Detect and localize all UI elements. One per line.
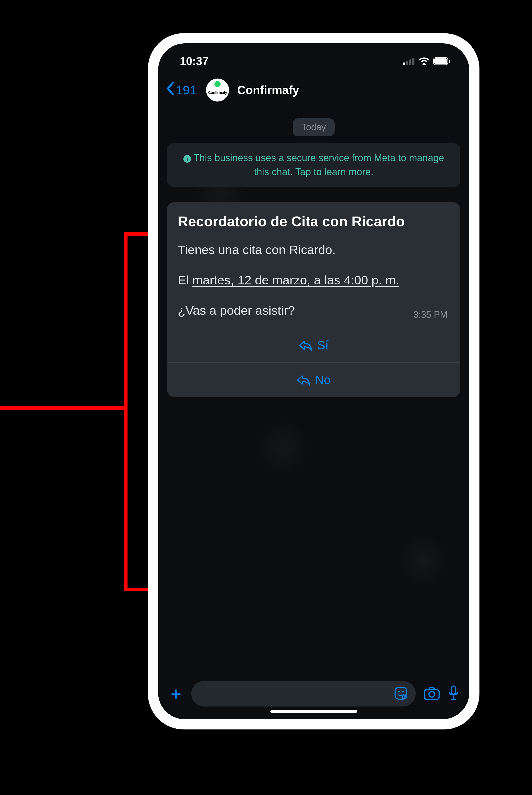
status-bar: 10:37 — [158, 43, 469, 74]
message-input[interactable] — [191, 681, 416, 706]
phone-screen: 10:37 191 Confirmafy — [158, 43, 469, 719]
svg-rect-3 — [412, 58, 414, 65]
date-pill: Today — [293, 118, 335, 136]
home-indicator[interactable] — [270, 710, 357, 713]
svg-rect-0 — [403, 62, 405, 65]
wifi-icon — [419, 57, 430, 65]
message-card: Recordatorio de Cita con Ricardo Tienes … — [167, 202, 460, 397]
chat-header: 191 Confirmafy Confirmafy — [158, 74, 469, 109]
back-count: 191 — [176, 83, 196, 97]
svg-rect-6 — [434, 58, 447, 64]
svg-rect-13 — [451, 686, 455, 694]
svg-rect-2 — [409, 59, 411, 65]
date-separator: Today — [167, 118, 460, 136]
svg-point-9 — [398, 691, 400, 693]
svg-rect-1 — [406, 61, 408, 65]
appointment-datetime[interactable]: martes, 12 de marzo, a las 4:00 p. m. — [192, 273, 399, 287]
status-icons — [403, 57, 450, 65]
reply-arrow-icon — [297, 374, 310, 386]
security-notice[interactable]: iThis business uses a secure service fro… — [167, 143, 460, 187]
message-timestamp: 3:35 PM — [413, 309, 448, 320]
status-time: 10:37 — [180, 55, 209, 68]
phone-frame: 10:37 191 Confirmafy — [148, 33, 479, 730]
back-button[interactable]: 191 — [166, 82, 196, 99]
cellular-signal-icon — [403, 57, 415, 65]
chevron-left-icon — [166, 82, 174, 99]
svg-rect-7 — [449, 60, 450, 63]
plus-icon: + — [171, 684, 181, 704]
chat-body[interactable]: Today iThis business uses a secure servi… — [158, 109, 469, 673]
info-icon: i — [183, 155, 191, 163]
reply-yes-button[interactable]: Sí — [167, 328, 460, 362]
message-body: Tienes una cita con Ricardo. El martes, … — [178, 241, 450, 319]
message-line-1: Tienes una cita con Ricardo. — [178, 241, 450, 259]
camera-button[interactable] — [423, 686, 440, 701]
svg-point-10 — [402, 691, 404, 693]
mic-button[interactable] — [448, 685, 459, 702]
profile-avatar[interactable]: Confirmafy — [206, 79, 229, 101]
message-line-2: El martes, 12 de marzo, a las 4:00 p. m. — [178, 271, 450, 289]
message-title: Recordatorio de Cita con Ricardo — [178, 213, 450, 230]
reply-arrow-icon — [299, 340, 312, 351]
message-content: Recordatorio de Cita con Ricardo Tienes … — [167, 202, 460, 328]
reply-no-button[interactable]: No — [167, 362, 460, 397]
security-notice-text: This business uses a secure service from… — [194, 153, 444, 177]
annotation-bracket — [0, 232, 148, 584]
reply-no-label: No — [315, 373, 330, 387]
chat-title[interactable]: Confirmafy — [237, 83, 299, 97]
battery-icon — [433, 57, 450, 65]
sticker-button[interactable] — [394, 686, 408, 701]
attach-button[interactable]: + — [168, 683, 184, 704]
svg-point-12 — [429, 692, 435, 697]
reply-yes-label: Sí — [317, 338, 328, 352]
profile-avatar-label: Confirmafy — [208, 90, 227, 95]
svg-point-4 — [423, 63, 425, 65]
